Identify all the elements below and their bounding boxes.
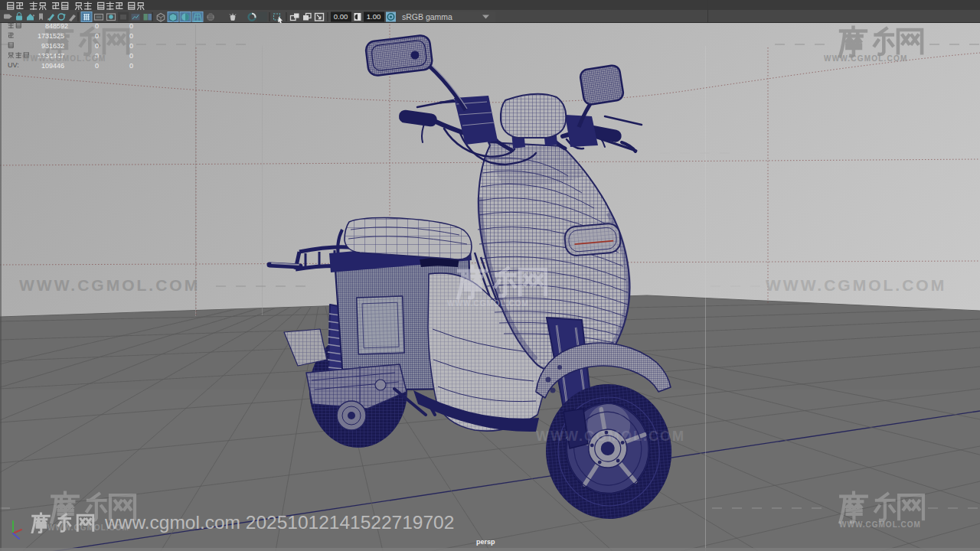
svg-text:sRGB gamma: sRGB gamma — [402, 12, 452, 21]
svg-text:UV:: UV: — [8, 61, 19, 69]
svg-text:1.00: 1.00 — [367, 12, 381, 21]
svg-text:0.00: 0.00 — [334, 12, 348, 21]
